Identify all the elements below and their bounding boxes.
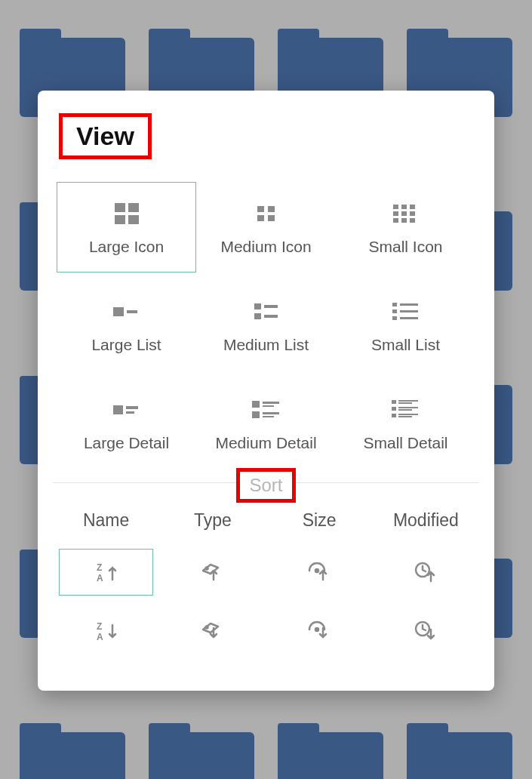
svg-rect-11	[393, 211, 398, 216]
svg-point-50	[315, 569, 318, 572]
svg-rect-40	[398, 402, 412, 404]
sort-modified-descending[interactable]	[379, 608, 473, 654]
svg-rect-22	[264, 315, 278, 318]
svg-rect-1	[128, 203, 139, 212]
sort-type-ascending[interactable]	[165, 549, 260, 596]
sort-section-header: Sort	[236, 468, 295, 503]
svg-point-55	[315, 628, 318, 631]
view-sort-dialog: View Large Icon Medium Icon Small Icon	[38, 91, 494, 691]
sort-name-asc-icon: ZA	[93, 560, 120, 584]
sort-name-desc-icon: ZA	[93, 619, 120, 643]
sort-type-asc-icon	[200, 560, 226, 584]
medium-list-icon	[251, 297, 281, 327]
svg-rect-31	[126, 411, 134, 414]
svg-rect-19	[254, 303, 261, 309]
sort-size-asc-icon	[306, 560, 332, 584]
large-icon-icon	[112, 199, 142, 229]
view-option-label: Large Detail	[84, 434, 169, 452]
svg-rect-45	[398, 414, 418, 415]
large-list-icon	[112, 297, 142, 327]
dialog-title: View	[59, 113, 152, 159]
svg-text:A: A	[97, 632, 103, 642]
svg-rect-17	[113, 307, 124, 316]
svg-rect-43	[398, 409, 412, 411]
svg-rect-14	[393, 218, 398, 223]
view-option-medium-list[interactable]: Medium List	[196, 280, 336, 371]
svg-rect-2	[115, 215, 125, 224]
view-option-label: Large List	[91, 336, 161, 354]
svg-rect-34	[263, 405, 274, 407]
svg-rect-8	[393, 205, 398, 209]
small-detail-icon	[389, 395, 423, 425]
sort-type-descending[interactable]	[165, 608, 260, 654]
svg-rect-29	[113, 405, 123, 414]
small-list-icon	[390, 297, 422, 327]
large-detail-icon	[112, 395, 142, 425]
svg-rect-39	[398, 400, 418, 402]
svg-rect-26	[400, 310, 418, 313]
svg-rect-7	[268, 215, 275, 221]
view-option-label: Small Detail	[363, 434, 447, 452]
svg-rect-21	[254, 313, 261, 319]
svg-rect-23	[392, 303, 397, 306]
svg-rect-28	[400, 317, 418, 319]
svg-rect-25	[392, 309, 397, 313]
sort-size-descending[interactable]	[272, 608, 367, 654]
view-option-label: Small Icon	[368, 238, 442, 256]
view-option-label: Large Icon	[89, 238, 164, 256]
view-options-grid: Large Icon Medium Icon Small Icon Larg	[53, 182, 479, 469]
svg-rect-9	[401, 205, 407, 209]
svg-rect-6	[257, 215, 264, 221]
svg-rect-13	[410, 211, 415, 216]
svg-rect-38	[392, 400, 396, 404]
svg-rect-12	[401, 211, 407, 216]
view-option-small-icon[interactable]: Small Icon	[336, 182, 475, 272]
svg-rect-24	[400, 303, 418, 306]
svg-text:Z: Z	[97, 621, 102, 632]
view-option-medium-detail[interactable]: Medium Detail	[196, 378, 336, 469]
svg-rect-44	[392, 414, 396, 417]
svg-point-54	[205, 627, 208, 629]
svg-text:Z: Z	[97, 562, 102, 573]
svg-rect-37	[263, 416, 274, 417]
sort-type-desc-icon	[200, 619, 226, 643]
sort-descending-row: ZA	[53, 605, 479, 657]
sort-size-ascending[interactable]	[272, 549, 367, 596]
view-option-label: Medium List	[223, 336, 309, 354]
view-option-small-list[interactable]: Small List	[336, 280, 475, 371]
svg-point-49	[205, 568, 208, 570]
svg-rect-32	[252, 401, 260, 408]
sort-size-desc-icon	[306, 619, 332, 643]
svg-rect-20	[264, 305, 278, 308]
svg-rect-30	[126, 406, 138, 409]
svg-rect-3	[128, 215, 139, 224]
view-option-medium-icon[interactable]: Medium Icon	[196, 182, 336, 272]
view-option-small-detail[interactable]: Small Detail	[336, 378, 475, 469]
svg-rect-0	[115, 203, 125, 212]
view-option-large-list[interactable]: Large List	[57, 280, 196, 371]
svg-rect-5	[268, 206, 275, 212]
view-option-label: Medium Detail	[215, 434, 316, 452]
sort-ascending-row: ZA	[53, 546, 479, 599]
view-option-large-detail[interactable]: Large Detail	[57, 378, 196, 469]
svg-rect-33	[263, 402, 279, 404]
sort-name-ascending[interactable]: ZA	[59, 549, 153, 596]
svg-rect-16	[410, 218, 415, 223]
sort-modified-desc-icon	[413, 619, 438, 643]
svg-rect-42	[398, 407, 418, 408]
svg-rect-4	[257, 206, 264, 212]
svg-rect-41	[392, 407, 396, 411]
sort-modified-ascending[interactable]	[379, 549, 473, 596]
view-option-large-icon[interactable]: Large Icon	[57, 182, 196, 272]
small-icon-icon	[391, 199, 421, 229]
svg-text:A: A	[97, 573, 103, 583]
sort-name-descending[interactable]: ZA	[59, 608, 153, 654]
medium-icon-icon	[253, 199, 280, 229]
svg-rect-35	[252, 411, 260, 418]
svg-rect-10	[410, 205, 415, 209]
sort-modified-asc-icon	[413, 560, 438, 584]
svg-rect-36	[263, 412, 279, 414]
view-option-label: Small List	[371, 336, 440, 354]
svg-rect-46	[398, 416, 412, 417]
svg-rect-15	[401, 218, 407, 223]
